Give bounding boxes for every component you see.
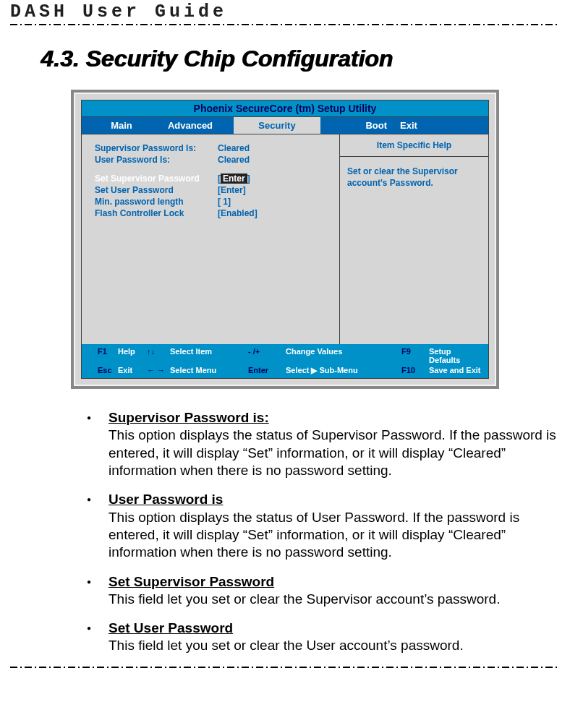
bios-help-body: Set or clear the Supervisor account's Pa… (340, 157, 488, 197)
bios-key-plusminus: - /+ (248, 347, 286, 364)
bios-key-enter: Enter (248, 366, 286, 375)
bios-select-item: Select Item (170, 347, 248, 364)
section-title: 4.3. Security Chip Configuration (41, 46, 560, 72)
doc-header: DASH User Guide (10, 0, 560, 24)
bios-row[interactable]: Flash Controller Lock[Enabled] (95, 208, 332, 218)
bullet-body: This field let you set or clear the User… (109, 638, 464, 653)
bios-select-submenu: Select ▶ Sub-Menu (286, 366, 401, 375)
bullet-heading: Supervisor Password is: (109, 410, 269, 425)
bios-row-label: Flash Controller Lock (95, 208, 218, 218)
bios-arrows-lr: ← → (147, 366, 170, 375)
bullet-heading: Set Supervisor Password (109, 574, 274, 589)
bios-arrows-updown: ↑↓ (147, 347, 170, 364)
bios-tab-boot[interactable]: Boot (320, 117, 400, 134)
bios-tab-bar: Main Advanced Security Boot Exit (82, 117, 488, 134)
bios-tab-main[interactable]: Main (82, 117, 147, 134)
bullet-heading: User Password is (109, 492, 223, 507)
bios-figure: Phoenix SecureCore (tm) Setup Utility Ma… (71, 90, 499, 389)
bios-tab-security[interactable]: Security (234, 117, 320, 134)
bios-row-label: Set User Password (95, 185, 218, 195)
bios-setup-defaults: Setup Defaults (429, 347, 484, 364)
bios-change-values: Change Values (286, 347, 401, 364)
bios-row-value: [ 1] (218, 197, 231, 207)
bios-help-label: Help (118, 347, 147, 364)
bios-row-value: [Enabled] (218, 208, 258, 218)
definition-list: Supervisor Password is: This option disp… (10, 409, 560, 655)
bios-help-heading: Item Specific Help (340, 134, 488, 157)
bullet-body: This field let you set or clear the Supe… (109, 591, 500, 607)
bios-exit-label: Exit (118, 366, 147, 375)
bios-row[interactable]: Supervisor Password Is:Cleared (95, 143, 332, 153)
bios-row-label: Supervisor Password Is: (95, 143, 218, 153)
list-item: Set User PasswordThis field let you set … (82, 620, 560, 655)
bios-left-pane: Supervisor Password Is:ClearedUser Passw… (82, 134, 340, 344)
bios-row[interactable]: Set Supervisor Password[Enter] (95, 174, 332, 184)
bios-key-f9: F9 (401, 347, 429, 364)
bios-save-exit: Save and Exit (429, 366, 484, 375)
bios-row-value: [Enter] (218, 185, 246, 195)
bios-row-value: Cleared (218, 155, 250, 165)
bios-footer: F1 Help ↑↓ Select Item - /+ Change Value… (82, 344, 488, 378)
bios-row[interactable]: User Password Is:Cleared (95, 155, 332, 165)
bios-row[interactable]: Set User Password[Enter] (95, 185, 332, 195)
bullet-body: This option displays the status of Super… (109, 427, 556, 478)
bullet-heading: Set User Password (109, 620, 233, 635)
bios-right-pane: Item Specific Help Set or clear the Supe… (340, 134, 488, 344)
bios-row-label: Min. password length (95, 197, 218, 207)
bios-key-f10: F10 (401, 366, 429, 375)
bios-row-value: Cleared (218, 143, 250, 153)
bios-row-label: Set Supervisor Password (95, 174, 218, 184)
bios-key-esc: Esc (98, 366, 118, 375)
bios-key-f1: F1 (98, 347, 118, 364)
bios-select-menu: Select Menu (170, 366, 248, 375)
list-item: User Password isThis option displays the… (82, 491, 560, 561)
page-number: 50 (61, 703, 76, 704)
bullet-body: This option displays the status of User … (109, 510, 519, 560)
bios-row[interactable]: Min. password length[ 1] (95, 197, 332, 207)
divider-top (10, 24, 560, 25)
bios-row-label: User Password Is: (95, 155, 218, 165)
bios-title: Phoenix SecureCore (tm) Setup Utility (82, 100, 488, 117)
bios-row-value: [Enter] (218, 174, 250, 184)
bios-tab-advanced[interactable]: Advanced (147, 117, 234, 134)
list-item: Supervisor Password is: This option disp… (82, 409, 560, 479)
list-item: Set Supervisor PasswordThis field let yo… (82, 573, 560, 609)
bios-tab-exit[interactable]: Exit (400, 117, 465, 134)
